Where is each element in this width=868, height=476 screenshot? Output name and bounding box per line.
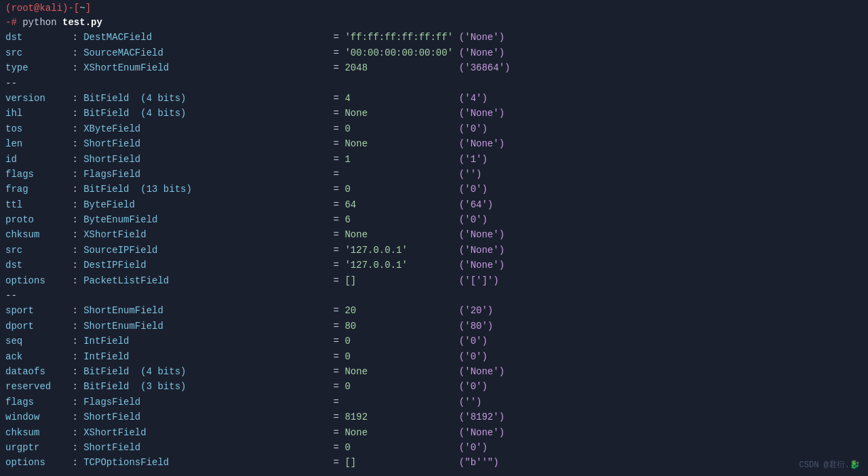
field-name: sport	[5, 303, 66, 318]
field-type: FlagsField	[83, 395, 328, 410]
field-value: None	[344, 425, 453, 440]
field-value: []	[344, 455, 453, 470]
field-default: ('None')	[453, 364, 505, 379]
field-default: ('None')	[453, 136, 505, 151]
field-type: BitField (4 bits)	[83, 106, 328, 121]
output-row: options : TCPOptionsField = [] ("b''")	[5, 455, 863, 470]
field-default: ('None')	[453, 30, 505, 45]
field-type: XShortEnumField	[83, 60, 328, 75]
prompt-at: @	[34, 3, 39, 14]
prompt-close-bracket: )	[62, 3, 68, 14]
field-value: '00:00:00:00:00:00'	[344, 45, 453, 60]
colon: :	[66, 334, 83, 349]
output-row: flags : FlagsField = ('')	[5, 395, 863, 410]
field-default: ('None')	[453, 425, 505, 440]
output-row: ack : IntField = 0 ('0')	[5, 349, 863, 364]
prompt-dir: ~	[79, 3, 85, 14]
output-row: version : BitField (4 bits) = 4 ('4')	[5, 91, 863, 106]
equals: =	[328, 167, 344, 182]
field-default: ('0')	[453, 121, 487, 136]
colon: :	[66, 121, 83, 136]
field-type: ShortField	[83, 440, 328, 455]
equals: =	[328, 227, 344, 242]
output-row: window : ShortField = 8192 ('8192')	[5, 410, 863, 424]
field-name: urgptr	[5, 440, 66, 455]
field-value: 6	[344, 212, 453, 227]
field-type: ShortField	[83, 410, 328, 424]
equals: =	[328, 91, 344, 106]
field-name: options	[5, 273, 66, 288]
field-value: 4	[344, 91, 453, 106]
field-type: XShortField	[83, 425, 328, 440]
field-name: chksum	[5, 425, 66, 440]
colon: :	[66, 319, 83, 334]
field-value: 0	[344, 349, 453, 364]
equals: =	[328, 273, 344, 288]
equals: =	[328, 60, 344, 75]
prompt-host: kali	[39, 3, 62, 14]
colon: :	[66, 91, 83, 106]
field-name: type	[5, 60, 66, 75]
field-type: SourceIPField	[83, 243, 328, 258]
output-rows: dst : DestMACField = 'ff:ff:ff:ff:ff:ff'…	[5, 30, 863, 470]
field-default: ('0')	[453, 182, 487, 197]
field-type: XByteField	[83, 121, 328, 136]
equals: =	[328, 197, 344, 212]
field-type: ShortField	[83, 136, 328, 151]
field-name: src	[5, 45, 66, 60]
field-name: ihl	[5, 106, 66, 121]
field-value: None	[344, 227, 453, 242]
colon: :	[66, 440, 83, 455]
output-row: ihl : BitField (4 bits) = None ('None')	[5, 106, 863, 121]
field-default: ('8192')	[453, 410, 505, 424]
field-value: 0	[344, 121, 453, 136]
equals: =	[328, 303, 344, 318]
equals: =	[328, 243, 344, 258]
field-type: ShortField	[83, 152, 328, 167]
field-type: XShortField	[83, 227, 328, 242]
equals: =	[328, 364, 344, 379]
field-value: 80	[344, 319, 453, 334]
output-row: frag : BitField (13 bits) = 0 ('0')	[5, 182, 863, 197]
field-default: ('None')	[453, 243, 505, 258]
field-name: ack	[5, 349, 66, 364]
colon: :	[66, 182, 83, 197]
colon: :	[66, 167, 83, 182]
output-row: dataofs : BitField (4 bits) = None ('Non…	[5, 364, 863, 379]
field-name: dport	[5, 319, 66, 334]
equals: =	[328, 334, 344, 349]
field-default: ('20')	[453, 303, 493, 318]
prompt-user: root	[11, 3, 34, 14]
section-separator: --	[5, 76, 17, 91]
output-row: len : ShortField = None ('None')	[5, 136, 863, 151]
field-type: BitField (4 bits)	[83, 364, 328, 379]
equals: =	[328, 106, 344, 121]
colon: :	[66, 152, 83, 167]
field-type: TCPOptionsField	[83, 455, 328, 470]
field-type: SourceMACField	[83, 45, 328, 60]
prompt-dir-open: [	[74, 3, 79, 14]
field-name: frag	[5, 182, 66, 197]
output-row: tos : XByteField = 0 ('0')	[5, 121, 863, 136]
colon: :	[66, 30, 83, 45]
output-row: seq : IntField = 0 ('0')	[5, 334, 863, 349]
field-value: '127.0.0.1'	[344, 243, 453, 258]
field-value: None	[344, 364, 453, 379]
field-name: len	[5, 136, 66, 151]
field-name: flags	[5, 167, 66, 182]
prompt-open-bracket: (	[5, 3, 11, 14]
field-value: []	[344, 273, 453, 288]
field-value: 8192	[344, 410, 453, 424]
field-value: 'ff:ff:ff:ff:ff:ff'	[344, 30, 453, 45]
field-default: ('36864')	[453, 60, 510, 75]
equals: =	[328, 395, 344, 410]
field-type: ByteField	[83, 197, 328, 212]
field-name: version	[5, 91, 66, 106]
field-value: None	[344, 106, 453, 121]
equals: =	[328, 410, 344, 424]
field-type: DestMACField	[83, 30, 328, 45]
equals: =	[328, 425, 344, 440]
field-name: proto	[5, 212, 66, 227]
output-row: src : SourceMACField = '00:00:00:00:00:0…	[5, 45, 863, 60]
equals: =	[328, 258, 344, 273]
